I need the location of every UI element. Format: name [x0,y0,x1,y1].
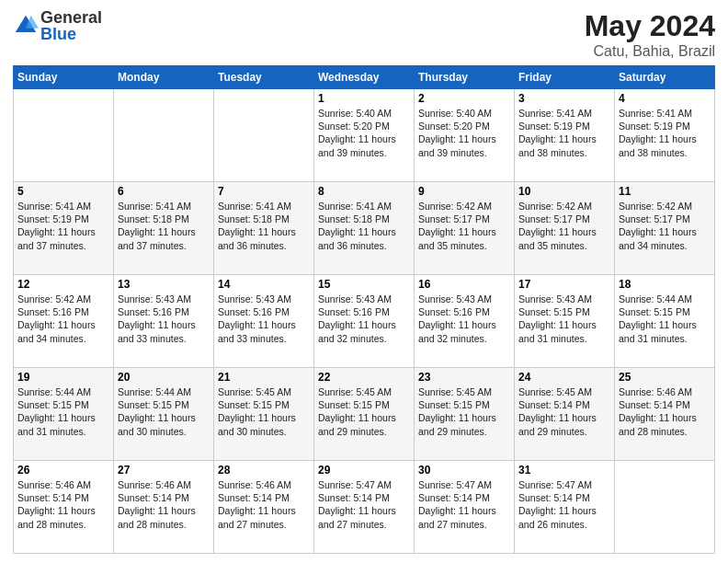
day-number: 14 [218,278,310,291]
title-block: May 2024 Catu, Bahia, Brazil [585,9,715,60]
day-number: 25 [619,371,711,384]
day-cell: 17Sunrise: 5:43 AM Sunset: 5:15 PM Dayli… [515,275,615,368]
day-cell: 5Sunrise: 5:41 AM Sunset: 5:19 PM Daylig… [14,182,114,275]
header-row: SundayMondayTuesdayWednesdayThursdayFrid… [14,66,715,89]
day-info: Sunrise: 5:43 AM Sunset: 5:16 PM Dayligh… [218,293,310,345]
col-header-thursday: Thursday [415,66,515,89]
day-info: Sunrise: 5:45 AM Sunset: 5:15 PM Dayligh… [418,385,510,438]
day-cell: 31Sunrise: 5:47 AM Sunset: 5:14 PM Dayli… [515,461,615,554]
day-cell: 16Sunrise: 5:43 AM Sunset: 5:16 PM Dayli… [415,275,515,368]
day-info: Sunrise: 5:42 AM Sunset: 5:17 PM Dayligh… [619,200,711,252]
day-cell: 25Sunrise: 5:46 AM Sunset: 5:14 PM Dayli… [615,368,715,461]
day-cell: 24Sunrise: 5:45 AM Sunset: 5:14 PM Dayli… [515,368,615,461]
day-info: Sunrise: 5:43 AM Sunset: 5:16 PM Dayligh… [418,293,510,345]
day-number: 18 [619,278,711,291]
day-info: Sunrise: 5:40 AM Sunset: 5:20 PM Dayligh… [318,107,410,159]
day-info: Sunrise: 5:44 AM Sunset: 5:15 PM Dayligh… [619,293,711,345]
day-info: Sunrise: 5:41 AM Sunset: 5:19 PM Dayligh… [17,200,109,252]
day-cell: 29Sunrise: 5:47 AM Sunset: 5:14 PM Dayli… [314,461,415,554]
day-cell: 15Sunrise: 5:43 AM Sunset: 5:16 PM Dayli… [314,275,415,368]
week-row-3: 12Sunrise: 5:42 AM Sunset: 5:16 PM Dayli… [14,275,715,368]
day-info: Sunrise: 5:42 AM Sunset: 5:17 PM Dayligh… [518,200,610,252]
col-header-monday: Monday [114,66,214,89]
calendar-table: SundayMondayTuesdayWednesdayThursdayFrid… [13,65,715,554]
week-row-1: 1Sunrise: 5:40 AM Sunset: 5:20 PM Daylig… [14,89,715,182]
week-row-2: 5Sunrise: 5:41 AM Sunset: 5:19 PM Daylig… [14,182,715,275]
header: General Blue May 2024 Catu, Bahia, Brazi… [13,9,715,60]
day-number: 28 [218,464,310,477]
day-cell: 14Sunrise: 5:43 AM Sunset: 5:16 PM Dayli… [214,275,314,368]
day-info: Sunrise: 5:46 AM Sunset: 5:14 PM Dayligh… [619,385,711,438]
day-info: Sunrise: 5:45 AM Sunset: 5:15 PM Dayligh… [318,385,410,438]
calendar-location: Catu, Bahia, Brazil [585,43,715,60]
day-info: Sunrise: 5:46 AM Sunset: 5:14 PM Dayligh… [17,478,109,531]
day-cell: 2Sunrise: 5:40 AM Sunset: 5:20 PM Daylig… [415,89,515,182]
day-number: 29 [318,464,410,477]
day-cell: 10Sunrise: 5:42 AM Sunset: 5:17 PM Dayli… [515,182,615,275]
day-info: Sunrise: 5:43 AM Sunset: 5:15 PM Dayligh… [518,293,610,345]
logo-blue-text: Blue [40,26,102,42]
day-info: Sunrise: 5:46 AM Sunset: 5:14 PM Dayligh… [118,478,210,531]
day-info: Sunrise: 5:41 AM Sunset: 5:18 PM Dayligh… [218,200,310,252]
day-number: 20 [118,371,210,384]
day-number: 8 [318,185,410,198]
day-cell: 21Sunrise: 5:45 AM Sunset: 5:15 PM Dayli… [214,368,314,461]
col-header-friday: Friday [515,66,615,89]
day-cell: 8Sunrise: 5:41 AM Sunset: 5:18 PM Daylig… [314,182,415,275]
day-number: 16 [418,278,510,291]
day-number: 7 [218,185,310,198]
week-row-5: 26Sunrise: 5:46 AM Sunset: 5:14 PM Dayli… [14,461,715,554]
day-cell: 9Sunrise: 5:42 AM Sunset: 5:17 PM Daylig… [415,182,515,275]
day-info: Sunrise: 5:44 AM Sunset: 5:15 PM Dayligh… [118,385,210,438]
day-cell: 23Sunrise: 5:45 AM Sunset: 5:15 PM Dayli… [415,368,515,461]
day-number: 13 [118,278,210,291]
day-info: Sunrise: 5:47 AM Sunset: 5:14 PM Dayligh… [518,478,610,531]
day-info: Sunrise: 5:42 AM Sunset: 5:17 PM Dayligh… [418,200,510,252]
day-number: 21 [218,371,310,384]
day-cell: 11Sunrise: 5:42 AM Sunset: 5:17 PM Dayli… [615,182,715,275]
logo: General Blue [13,9,102,42]
day-number: 26 [17,464,109,477]
day-cell: 18Sunrise: 5:44 AM Sunset: 5:15 PM Dayli… [615,275,715,368]
col-header-tuesday: Tuesday [214,66,314,89]
day-number: 4 [619,92,711,105]
day-info: Sunrise: 5:45 AM Sunset: 5:15 PM Dayligh… [218,385,310,438]
col-header-wednesday: Wednesday [314,66,415,89]
day-number: 1 [318,92,410,105]
day-cell: 28Sunrise: 5:46 AM Sunset: 5:14 PM Dayli… [214,461,314,554]
day-info: Sunrise: 5:41 AM Sunset: 5:19 PM Dayligh… [518,107,610,159]
day-cell [214,89,314,182]
logo-icon [13,13,39,39]
day-number: 17 [518,278,610,291]
day-info: Sunrise: 5:43 AM Sunset: 5:16 PM Dayligh… [318,293,410,345]
day-number: 6 [118,185,210,198]
day-number: 19 [17,371,109,384]
day-cell: 20Sunrise: 5:44 AM Sunset: 5:15 PM Dayli… [114,368,214,461]
day-cell: 12Sunrise: 5:42 AM Sunset: 5:16 PM Dayli… [14,275,114,368]
day-cell: 22Sunrise: 5:45 AM Sunset: 5:15 PM Dayli… [314,368,415,461]
day-info: Sunrise: 5:40 AM Sunset: 5:20 PM Dayligh… [418,107,510,159]
day-info: Sunrise: 5:46 AM Sunset: 5:14 PM Dayligh… [218,478,310,531]
day-cell: 3Sunrise: 5:41 AM Sunset: 5:19 PM Daylig… [515,89,615,182]
day-info: Sunrise: 5:45 AM Sunset: 5:14 PM Dayligh… [518,385,610,438]
day-cell: 13Sunrise: 5:43 AM Sunset: 5:16 PM Dayli… [114,275,214,368]
day-number: 15 [318,278,410,291]
day-info: Sunrise: 5:42 AM Sunset: 5:16 PM Dayligh… [17,293,109,345]
day-info: Sunrise: 5:41 AM Sunset: 5:18 PM Dayligh… [318,200,410,252]
day-number: 23 [418,371,510,384]
logo-general-text: General [40,9,102,26]
day-cell [114,89,214,182]
day-info: Sunrise: 5:47 AM Sunset: 5:14 PM Dayligh… [318,478,410,531]
day-info: Sunrise: 5:41 AM Sunset: 5:18 PM Dayligh… [118,200,210,252]
day-number: 27 [118,464,210,477]
day-cell: 26Sunrise: 5:46 AM Sunset: 5:14 PM Dayli… [14,461,114,554]
calendar-title: May 2024 [585,9,715,43]
day-number: 9 [418,185,510,198]
day-number: 2 [418,92,510,105]
day-number: 22 [318,371,410,384]
day-number: 3 [518,92,610,105]
day-number: 31 [518,464,610,477]
col-header-sunday: Sunday [14,66,114,89]
day-number: 5 [17,185,109,198]
day-cell: 4Sunrise: 5:41 AM Sunset: 5:19 PM Daylig… [615,89,715,182]
